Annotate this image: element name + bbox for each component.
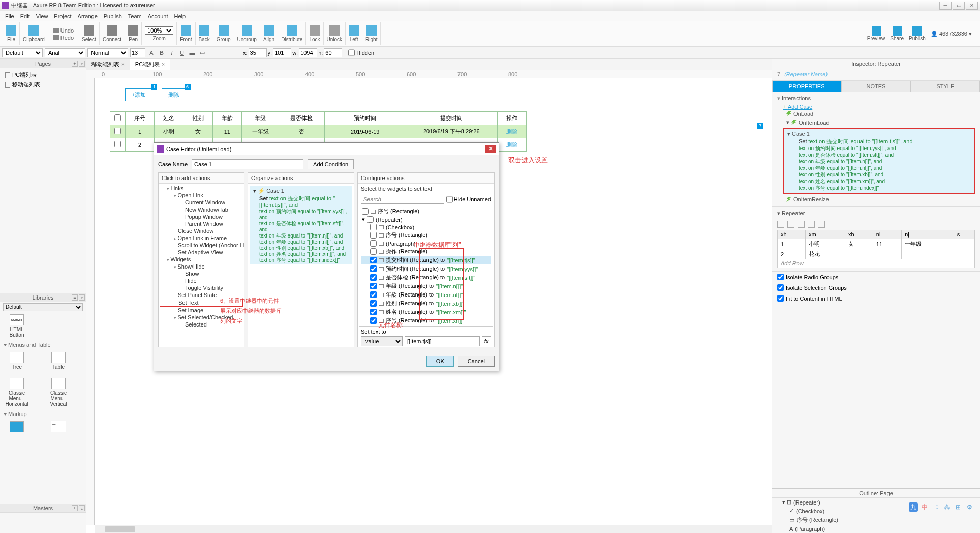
repeater-data-table[interactable]: xhxmxbnlnjs 1小明女11一年级 2花花 Add Row	[777, 230, 975, 268]
align-icon[interactable]	[264, 25, 274, 36]
checkbox-all[interactable]	[114, 114, 121, 121]
hide-unnamed-checkbox[interactable]: Hide Unnamed	[446, 195, 491, 204]
group-icon[interactable]	[219, 25, 229, 36]
ungroup-icon[interactable]	[242, 25, 252, 36]
font-size-input[interactable]	[130, 48, 145, 57]
add-button[interactable]: +添加1	[125, 88, 152, 101]
lib-menu-v[interactable]: Classic Menu - Vertical	[44, 378, 73, 407]
float-gear-icon[interactable]: ⚙	[965, 502, 974, 512]
connect-icon[interactable]	[107, 25, 117, 36]
lib-html-button[interactable]: SUBMITHTML Button	[2, 314, 32, 338]
zoom-select[interactable]: 100%	[145, 26, 173, 35]
fx-button[interactable]: fx	[482, 336, 491, 346]
clipboard-icon[interactable]	[28, 25, 39, 36]
add-row[interactable]: Add Row	[778, 259, 975, 268]
align-right-icon[interactable]: ≡	[229, 49, 237, 57]
masters-add-icon[interactable]: +	[72, 505, 78, 511]
row-checkbox[interactable]	[114, 141, 121, 147]
case-box[interactable]: ▾ Case 1 Set text on 提交时间 equal to "[[It…	[783, 128, 975, 194]
tab-notes[interactable]: NOTES	[841, 81, 910, 92]
cancel-button[interactable]: Cancel	[458, 356, 495, 367]
font-select[interactable]: Arial	[45, 48, 85, 57]
menu-file[interactable]: File	[2, 13, 17, 19]
align-left-icon[interactable]: ≡	[208, 49, 217, 57]
pen-icon[interactable]	[128, 25, 138, 36]
user-label[interactable]: 👤 463732836 ▾	[931, 31, 972, 37]
minimize-button[interactable]: ─	[939, 2, 952, 10]
w-input[interactable]	[299, 48, 317, 57]
lib-snapshot[interactable]	[2, 421, 32, 432]
menu-help[interactable]: Help	[171, 13, 189, 19]
menu-edit[interactable]: Edit	[17, 13, 33, 19]
menu-publish[interactable]: Publish	[101, 13, 125, 19]
ok-button[interactable]: OK	[426, 356, 454, 367]
lib-table[interactable]: Table	[44, 352, 73, 370]
select-icon[interactable]	[84, 25, 94, 36]
search-input[interactable]	[361, 195, 444, 204]
float-icon[interactable]: 九	[909, 502, 918, 512]
lib-menu-icon[interactable]: ≡	[72, 294, 78, 301]
left-icon[interactable]	[349, 25, 359, 36]
isolate-selection-checkbox[interactable]	[777, 284, 784, 291]
style-preset-select[interactable]: Default	[2, 48, 43, 57]
close-button[interactable]: ✕	[966, 2, 978, 10]
delete-button[interactable]: 删除6	[162, 88, 186, 101]
lib-search-icon[interactable]: ⌕	[79, 294, 85, 301]
float-grid-icon[interactable]: ⊞	[954, 502, 963, 512]
rep-tool-icon[interactable]	[787, 221, 794, 228]
lib-menu-h[interactable]: Classic Menu - Horizontal	[2, 378, 32, 407]
pages-add-icon[interactable]: +	[72, 61, 78, 67]
weight-select[interactable]: Normal	[87, 48, 128, 57]
publish-button[interactable]: Publish	[909, 26, 926, 41]
fill-icon[interactable]: ▬	[188, 49, 196, 57]
page-item[interactable]: 移动端列表	[2, 80, 84, 90]
outline-item[interactable]: A (Paragraph)	[772, 525, 980, 533]
align-center-icon[interactable]: ≡	[219, 49, 227, 57]
unlock-icon[interactable]	[329, 25, 340, 36]
table-row[interactable]: 1小明女11一年级否2019-06-192019/6/19 下午8:29:26删…	[110, 125, 527, 138]
set-text-value-input[interactable]	[405, 336, 480, 346]
outline-item[interactable]: ▭ 序号 (Rectangle)	[772, 515, 980, 525]
organize-case[interactable]: ▾ ⚡ Case 1 Set text on 提交时间 equal to "[[…	[250, 186, 352, 264]
italic-icon[interactable]: I	[168, 49, 176, 57]
close-icon[interactable]: ×	[121, 62, 125, 67]
close-icon[interactable]: ×	[162, 62, 165, 67]
color-icon[interactable]: A	[147, 49, 156, 57]
bold-icon[interactable]: B	[158, 49, 166, 57]
add-condition-button[interactable]: Add Condition	[308, 159, 354, 169]
tab-properties[interactable]: PROPERTIES	[772, 81, 841, 92]
fit-content-checkbox[interactable]	[777, 295, 784, 302]
library-select[interactable]: Default	[3, 303, 83, 311]
lib-tree[interactable]: Tree	[2, 352, 32, 370]
share-button[interactable]: Share	[890, 26, 904, 41]
menu-view[interactable]: View	[33, 13, 51, 19]
h-input[interactable]	[324, 48, 342, 57]
file-icon[interactable]	[6, 25, 16, 36]
lock-icon[interactable]	[310, 25, 320, 36]
pages-search-icon[interactable]: ⌕	[79, 61, 85, 67]
tab-style[interactable]: STYLE	[911, 81, 980, 92]
rep-tool-icon[interactable]	[777, 221, 784, 228]
front-icon[interactable]	[181, 25, 191, 36]
back-icon[interactable]	[199, 25, 209, 36]
float-icon[interactable]: ⁂	[942, 502, 952, 512]
distribute-icon[interactable]	[287, 25, 297, 36]
row-delete-link[interactable]: 删除	[497, 138, 526, 152]
masters-search-icon[interactable]: ⌕	[79, 505, 85, 511]
menu-account[interactable]: Account	[145, 13, 171, 19]
undo-button[interactable]: Undo	[51, 27, 76, 34]
tab-pc[interactable]: PC端列表×	[130, 59, 170, 70]
add-case-link[interactable]: Add Case	[783, 104, 975, 110]
y-input[interactable]	[273, 48, 291, 57]
menu-arrange[interactable]: Arrange	[75, 13, 101, 19]
border-icon[interactable]: ▭	[198, 49, 206, 57]
float-icon[interactable]: 中	[920, 502, 929, 512]
right-icon[interactable]	[366, 25, 377, 36]
lib-arrow[interactable]: →	[44, 421, 73, 432]
scrollbar-horizontal[interactable]	[95, 525, 772, 533]
page-item[interactable]: PC端列表	[2, 70, 84, 80]
rep-tool-icon[interactable]	[798, 221, 805, 228]
event-onitemresize[interactable]: OnItemResize	[777, 195, 975, 203]
menu-project[interactable]: Project	[51, 13, 74, 19]
float-moon-icon[interactable]: ☽	[931, 502, 940, 512]
